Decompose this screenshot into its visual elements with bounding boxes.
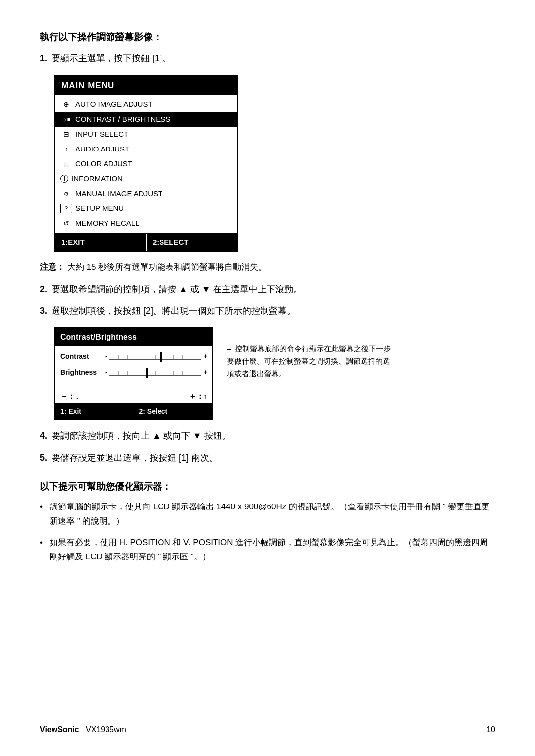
setup-icon: ? xyxy=(60,204,72,214)
select-label: :SELECT xyxy=(157,238,188,246)
exit-label: :EXIT xyxy=(65,238,84,246)
menu-items: ⊕ AUTO IMAGE ADJUST ☼■ CONTRAST / BRIGHT… xyxy=(55,95,237,233)
step5-text: 要儲存設定並退出選單，按按鈕 [1] 兩次。 xyxy=(52,453,218,463)
step4-num: 4. xyxy=(40,431,47,441)
step1-num: 1. xyxy=(40,53,47,63)
cb-arrows: －：↓ ＋：↑ xyxy=(55,388,212,403)
brightness-minus: - xyxy=(105,367,107,378)
main-menu-box: MAIN MENU ⊕ AUTO IMAGE ADJUST ☼■ CONTRAS… xyxy=(54,75,238,252)
menu-footer-select: 2:SELECT xyxy=(147,234,237,251)
contrast-ticks xyxy=(109,353,201,359)
contrast-icon: ☼■ xyxy=(60,115,72,124)
step3: 3. 選取控制項後，按按鈕 [2]。將出現一個如下所示的控制螢幕。 xyxy=(40,304,495,318)
brightness-bar-wrapper: - xyxy=(105,367,207,378)
contrast-label: CONTRAST / BRIGHTNESS xyxy=(75,113,170,125)
contrast-row-label: Contrast xyxy=(60,351,105,362)
cb-side-content: 控制螢幕底部的命令行顯示在此螢幕之後下一步要做什麼。可在控制螢幕之間切換、調節選… xyxy=(227,344,391,378)
brightness-thumb xyxy=(146,368,148,378)
cb-minus-arrow: －：↓ xyxy=(60,390,79,402)
footer-page: 10 xyxy=(486,723,495,736)
auto-icon: ⊕ xyxy=(60,99,72,110)
menu-item-audio: ♪ AUDIO ADJUST xyxy=(55,142,237,156)
color-label: COLOR ADJUST xyxy=(75,158,132,170)
brightness-bar xyxy=(109,369,201,376)
step3-num: 3. xyxy=(40,306,47,316)
menu-item-auto: ⊕ AUTO IMAGE ADJUST xyxy=(55,97,237,112)
footer-model: VX1935wm xyxy=(86,725,126,734)
color-icon: ▦ xyxy=(60,158,72,169)
step4-text: 要調節該控制項，按向上 ▲ 或向下 ▼ 按鈕。 xyxy=(52,431,231,441)
menu-item-manual: ⚙ MANUAL IMAGE ADJUST xyxy=(55,186,237,201)
section2-title: 以下提示可幫助您優化顯示器： xyxy=(40,479,495,494)
cb-footer-select: 2: Select xyxy=(134,404,213,419)
menu-item-setup: ? SETUP MENU xyxy=(55,201,237,216)
menu-item-info: i INFORMATION xyxy=(55,171,237,186)
contrast-plus: + xyxy=(203,352,207,362)
info-icon: i xyxy=(60,175,68,183)
step1: 1. 要顯示主選單，按下按鈕 [1]。 xyxy=(40,51,495,66)
bullet1: 調節電腦的顯示卡，使其向 LCD 顯示器輸出 1440 x 900@60Hz 的… xyxy=(40,500,495,529)
cb-footer-exit: 1: Exit xyxy=(55,404,134,419)
input-icon: ⊟ xyxy=(60,129,72,140)
cb-side-text: 控制螢幕底部的命令行顯示在此螢幕之後下一步要做什麼。可在控制螢幕之間切換、調節選… xyxy=(227,327,395,380)
footer-bar: ViewSonic VX1935wm 10 xyxy=(40,723,495,736)
footer-brand-name: ViewSonic xyxy=(40,725,79,734)
contrast-bar xyxy=(109,353,201,360)
brightness-row-label: Brightness xyxy=(60,367,105,378)
manual-icon: ⚙ xyxy=(60,190,72,199)
step2: 2. 要選取希望調節的控制項，請按 ▲ 或 ▼ 在主選單中上下滾動。 xyxy=(40,282,495,297)
step3-text: 選取控制項後，按按鈕 [2]。將出現一個如下所示的控制螢幕。 xyxy=(52,306,296,316)
menu-footer-exit: 1:EXIT xyxy=(55,234,147,251)
note-label: 注意： xyxy=(40,262,65,272)
menu-item-contrast: ☼■ CONTRAST / BRIGHTNESS xyxy=(55,112,237,127)
menu-item-color: ▦ COLOR ADJUST xyxy=(55,156,237,171)
cb-panel: Contrast/Brightness Contrast - xyxy=(54,327,213,420)
note-row: 注意： 大約 15 秒後所有選單功能表和調節螢幕將自動消失。 xyxy=(40,260,495,274)
bullet2: 如果有必要，使用 H. POSITION 和 V. POSITION 進行小幅調… xyxy=(40,536,495,564)
menu-item-input: ⊟ INPUT SELECT xyxy=(55,127,237,142)
step5: 5. 要儲存設定並退出選單，按按鈕 [1] 兩次。 xyxy=(40,451,495,465)
input-label: INPUT SELECT xyxy=(75,128,128,140)
audio-icon: ♪ xyxy=(60,144,72,154)
step1-text: 要顯示主選單，按下按鈕 [1]。 xyxy=(52,53,171,63)
auto-label: AUTO IMAGE ADJUST xyxy=(75,99,153,110)
manual-label: MANUAL IMAGE ADJUST xyxy=(75,188,162,200)
brightness-ticks xyxy=(109,369,201,375)
menu-footer: 1:EXIT 2:SELECT xyxy=(55,233,237,251)
cb-plus-arrow: ＋：↑ xyxy=(189,390,208,402)
memory-label: MEMORY RECALL xyxy=(75,217,140,229)
menu-item-memory: ↺ MEMORY RECALL xyxy=(55,216,237,231)
contrast-thumb xyxy=(160,352,162,362)
bullet2-underline: 可見為止 xyxy=(362,538,395,547)
section1-title: 執行以下操作調節螢幕影像： xyxy=(40,30,495,45)
contrast-minus: - xyxy=(105,352,107,362)
cb-body: Contrast - xyxy=(55,346,212,388)
memory-icon: ↺ xyxy=(60,218,72,229)
setup-label: SETUP MENU xyxy=(75,202,124,214)
cb-header: Contrast/Brightness xyxy=(55,328,212,346)
step4: 4. 要調節該控制項，按向上 ▲ 或向下 ▼ 按鈕。 xyxy=(40,429,495,443)
step5-num: 5. xyxy=(40,453,47,463)
footer-brand: ViewSonic VX1935wm xyxy=(40,723,126,736)
audio-label: AUDIO ADJUST xyxy=(75,143,129,155)
contrast-row: Contrast - xyxy=(60,351,207,362)
note-content: 大約 15 秒後所有選單功能表和調節螢幕將自動消失。 xyxy=(67,262,267,272)
menu-header: MAIN MENU xyxy=(55,76,237,95)
info-label: INFORMATION xyxy=(71,173,123,185)
cb-footer: 1: Exit 2: Select xyxy=(55,403,212,419)
brightness-plus: + xyxy=(203,367,207,378)
contrast-bar-wrapper: - xyxy=(105,352,207,362)
step2-num: 2. xyxy=(40,284,47,294)
brightness-row: Brightness - xyxy=(60,367,207,378)
cb-panel-wrapper: Contrast/Brightness Contrast - xyxy=(54,327,495,420)
step2-text: 要選取希望調節的控制項，請按 ▲ 或 ▼ 在主選單中上下滾動。 xyxy=(52,284,302,294)
